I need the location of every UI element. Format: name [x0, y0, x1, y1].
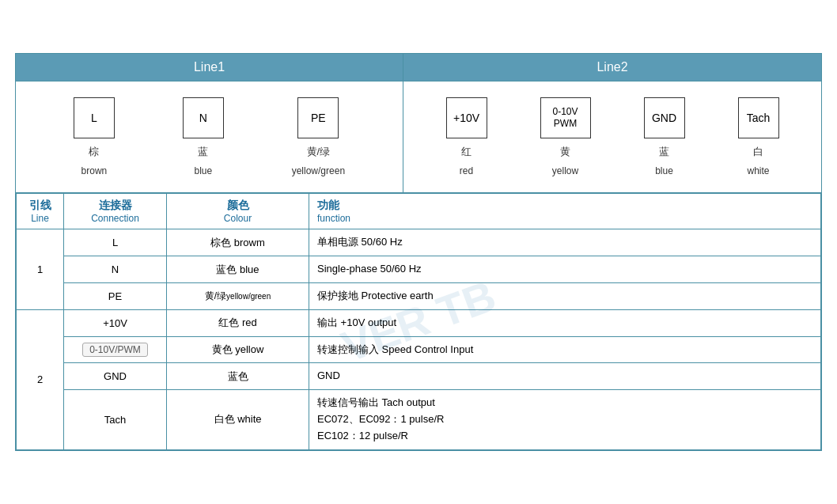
header-line2: Line2 [403, 54, 821, 81]
td-color-yellow: 黄色 yellow [167, 336, 309, 363]
td-func-pwm: 转速控制输入 Speed Control Input [309, 336, 821, 363]
connector-box-GND: GND [644, 97, 685, 138]
td-color-brown: 棕色 browm [167, 229, 309, 256]
table-row: N 蓝色 blue Single-phase 50/60 Hz [17, 256, 821, 283]
td-color-blue1: 蓝色 blue [167, 256, 309, 283]
connector-N-zh: 蓝 [198, 145, 208, 159]
diagram-row: L 棕 brown N 蓝 blue PE 黄/绿 yellow/green +… [16, 81, 821, 193]
tach-func-line3: EC102：12 pulse/R [317, 430, 408, 441]
connector-box-Tach: Tach [738, 97, 779, 138]
connector-GND: GND 蓝 blue [644, 97, 685, 176]
main-container: Line1 Line2 L 棕 brown N 蓝 blue PE 黄/绿 ye… [15, 53, 822, 450]
td-conn-10V: +10V [64, 309, 167, 336]
connector-PWM-zh: 黄 [560, 145, 570, 159]
connector-GND-zh: 蓝 [659, 145, 669, 159]
th-func-en: function [317, 213, 812, 224]
header-row: Line1 Line2 [16, 54, 821, 81]
connector-PE-en: yellow/green [292, 165, 345, 176]
table-row: 0-10V/PWM 黄色 yellow 转速控制输入 Speed Control… [17, 336, 821, 363]
th-line: 引线 Line [17, 194, 64, 229]
connector-box-N: N [183, 97, 224, 138]
th-func-zh: 功能 [317, 199, 812, 213]
connector-PE: PE 黄/绿 yellow/green [292, 97, 345, 176]
td-func-N: Single-phase 50/60 Hz [309, 256, 821, 283]
line1-diagram: L 棕 brown N 蓝 blue PE 黄/绿 yellow/green [16, 81, 403, 192]
table-header-row: 引线 Line 连接器 Connection 颜色 Colour 功能 func… [17, 194, 821, 229]
table-row: 1 L 棕色 browm 单相电源 50/60 Hz [17, 229, 821, 256]
th-connection: 连接器 Connection [64, 194, 167, 229]
td-func-L: 单相电源 50/60 Hz [309, 229, 821, 256]
td-func-tach: 转速信号输出 Tach output EC072、EC092：1 pulse/R… [309, 390, 821, 449]
table-row: Tach 白色 white 转速信号输出 Tach output EC072、E… [17, 390, 821, 449]
connector-N: N 蓝 blue [183, 97, 224, 176]
td-func-gnd: GND [309, 363, 821, 390]
connector-PWM-en: yellow [552, 165, 578, 176]
connector-N-en: blue [194, 165, 212, 176]
connector-10V-zh: 红 [461, 145, 472, 159]
td-line1: 1 [17, 229, 64, 309]
line2-diagram: +10V 红 red 0-10VPWM 黄 yellow GND 蓝 blue … [403, 81, 821, 192]
th-function: 功能 function [309, 194, 821, 229]
td-line2: 2 [17, 309, 64, 449]
connector-box-PE: PE [297, 97, 339, 138]
connector-PWM: 0-10VPWM 黄 yellow [540, 97, 591, 176]
connector-Tach-en: white [747, 165, 769, 176]
table-row: GND 蓝色 GND [17, 363, 821, 390]
td-color-blue2: 蓝色 [167, 363, 309, 390]
td-color-yellow-green: 黄/绿yellow/green [167, 283, 309, 310]
connector-10V-en: red [460, 165, 473, 176]
connector-L-en: brown [81, 165, 108, 176]
tach-func-line2: EC072、EC092：1 pulse/R [317, 413, 444, 425]
td-func-10V: 输出 +10V output [309, 309, 821, 336]
connector-Tach: Tach 白 white [738, 97, 779, 176]
connector-PE-zh: 黄/绿 [307, 145, 331, 159]
th-color-zh: 颜色 [175, 199, 301, 213]
table-wrapper: 引线 Line 连接器 Connection 颜色 Colour 功能 func… [16, 193, 821, 449]
connector-box-L: L [74, 97, 115, 138]
td-func-PE: 保护接地 Protective earth [309, 283, 821, 310]
th-colour: 颜色 Colour [167, 194, 309, 229]
connector-L-zh: 棕 [89, 145, 99, 159]
td-color-white: 白色 white [167, 390, 309, 449]
td-conn-pwm: 0-10V/PWM [64, 336, 167, 363]
td-color-red: 红色 red [167, 309, 309, 336]
wiring-table: 引线 Line 连接器 Connection 颜色 Colour 功能 func… [16, 193, 821, 449]
connector-box-PWM: 0-10VPWM [540, 97, 591, 138]
connector-GND-en: blue [655, 165, 673, 176]
td-conn-tach: Tach [64, 390, 167, 449]
th-line-zh: 引线 [25, 199, 55, 213]
tach-func-line1: 转速信号输出 Tach output [317, 396, 435, 408]
th-conn-zh: 连接器 [72, 199, 158, 213]
connector-box-10V: +10V [446, 97, 487, 138]
connector-10V: +10V 红 red [446, 97, 487, 176]
th-color-en: Colour [175, 213, 301, 224]
header-line1: Line1 [16, 54, 403, 81]
pwm-badge: 0-10V/PWM [82, 343, 148, 357]
td-conn-N: N [64, 256, 167, 283]
th-line-en: Line [25, 213, 55, 224]
connector-L: L 棕 brown [74, 97, 115, 176]
td-conn-PE: PE [64, 283, 167, 310]
connector-Tach-zh: 白 [753, 145, 763, 159]
table-row: PE 黄/绿yellow/green 保护接地 Protective earth [17, 283, 821, 310]
th-conn-en: Connection [72, 213, 158, 224]
table-row: 2 +10V 红色 red 输出 +10V output [17, 309, 821, 336]
td-conn-L: L [64, 229, 167, 256]
td-conn-gnd: GND [64, 363, 167, 390]
